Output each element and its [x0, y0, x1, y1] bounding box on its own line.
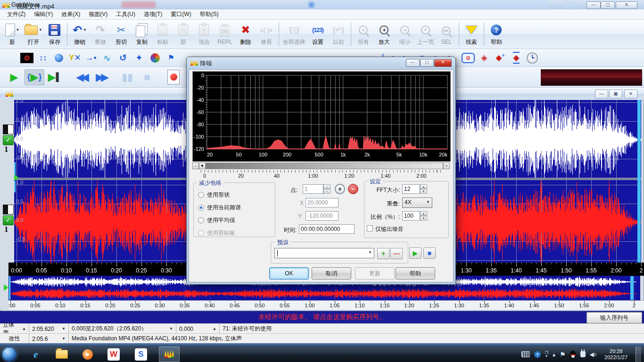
overview-selection-start[interactable] — [9, 276, 10, 300]
radio-使用平均值[interactable]: 使用平均值 — [198, 216, 235, 224]
effect-censor-bubble-icon[interactable]: ⊘ — [460, 51, 476, 65]
effect-expression-icon[interactable]: Y✕ — [67, 51, 83, 65]
time-field[interactable]: 00:00:00.00000 — [299, 224, 355, 234]
effect-echo-diamond-icon[interactable]: ◈ — [476, 51, 492, 65]
dialog-minimize-button[interactable]: — — [406, 59, 420, 67]
effect-noise-gate-icon[interactable]: ⊘ — [19, 51, 35, 65]
effect-marker-flag-icon[interactable]: ⚑ — [163, 51, 179, 65]
tray-expand-icon[interactable]: ▴ — [553, 351, 555, 358]
toolbar-cut-button[interactable]: ✂剪切 — [111, 22, 132, 47]
toolbar-zoom-in-button[interactable]: +放大 — [374, 22, 395, 47]
overview-position-marker[interactable] — [4, 284, 8, 291]
effect-offset-icon[interactable]: →• — [83, 51, 99, 65]
qq-icon[interactable] — [570, 351, 576, 358]
toolbar-undo-button[interactable]: ↶▼撤销 — [69, 22, 90, 47]
position-segment[interactable]: 0.000▲ — [176, 324, 220, 334]
menu-item-0[interactable]: 文件(Z) — [3, 9, 30, 19]
length-segment[interactable]: 2:05.620▼ — [29, 324, 69, 334]
taskbar-media-player[interactable]: ▶ — [77, 346, 98, 362]
taskbar-ie[interactable]: e — [25, 346, 46, 362]
volume-icon[interactable]: ◀)) — [590, 351, 597, 358]
maximize-button[interactable]: ▢ — [601, 1, 615, 9]
scale-field[interactable]: 100 — [402, 211, 420, 221]
document-minimize-button[interactable]: — — [595, 90, 608, 99]
effect-time-warp-clock-icon[interactable] — [524, 51, 540, 65]
menu-item-1[interactable]: 编辑(Y) — [30, 9, 57, 19]
toolbar-new-file-button[interactable]: ▼新 — [2, 22, 23, 47]
rewind-button[interactable]: ◀◀ — [72, 70, 91, 85]
menu-item-4[interactable]: 工具(U) — [112, 9, 140, 19]
window-popup-icon[interactable]: ❐▾ — [545, 351, 548, 358]
taskbar-goldwave[interactable] — [159, 346, 180, 362]
document-restore-button[interactable]: ▣ — [609, 90, 622, 99]
keyboard-icon[interactable] — [521, 351, 530, 357]
ok-button[interactable]: OK — [269, 267, 309, 280]
taskbar-sogou[interactable]: S — [131, 346, 151, 362]
dialog-close-button[interactable]: ✕ — [434, 59, 452, 67]
y-field[interactable]: -120.0000 — [305, 211, 339, 221]
toolbar-save-button[interactable]: 保存 — [44, 22, 65, 47]
channel2-enabled-checkbox[interactable]: ✓ — [3, 215, 14, 225]
selection-end-marker[interactable] — [637, 100, 641, 263]
zoom-out-minus-icon[interactable]: − — [192, 163, 199, 169]
radio-使用当前频谱[interactable]: 使用当前频谱 — [198, 204, 241, 212]
noise-spectrum-plot[interactable]: 0-20-40-60-80-100-12020501002005001k2k5k… — [192, 71, 451, 162]
overview-selection-end[interactable] — [630, 276, 634, 300]
menu-item-2[interactable]: 效果(X) — [57, 9, 84, 19]
toolbar-help-button[interactable]: ?帮助 — [486, 22, 507, 47]
record-button[interactable] — [164, 70, 183, 85]
update-button[interactable]: 更新 — [355, 267, 395, 280]
show-desktop-button[interactable] — [636, 346, 641, 362]
effect-reverse-icon[interactable]: ↺ — [115, 51, 131, 65]
noise-only-checkbox[interactable] — [367, 225, 373, 231]
start-orb-icon[interactable] — [2, 347, 17, 362]
preset-delete-button[interactable]: — — [390, 248, 403, 259]
selection-segment[interactable]: 0.000至2:05.620（2:05.620）▼ — [69, 324, 176, 334]
channel2-display-toggle[interactable] — [3, 205, 14, 214]
power-plug-icon[interactable] — [580, 351, 586, 357]
close-button[interactable]: ✕ — [616, 1, 637, 9]
effect-wave-shape-icon[interactable]: ∿ — [99, 51, 115, 65]
effect-volume-updown-icon[interactable]: ↕↕ — [35, 51, 51, 65]
radio-使用形状[interactable]: 使用形状 — [198, 191, 230, 199]
preset-add-button[interactable]: ＋ — [377, 248, 389, 259]
toolbar-cue-points-button[interactable]: 线索 — [461, 22, 482, 47]
taskbar-clock[interactable]: 20:28 2022/1/27 — [601, 348, 631, 361]
zoom-scrollbar[interactable] — [206, 163, 443, 169]
toolbar-open-folder-button[interactable]: ▼打开 — [23, 22, 44, 47]
overview-time-axis[interactable]: 0:000:050:100:150:200:250:300:350:400:45… — [8, 300, 644, 310]
scale-spinner[interactable]: ▲▼ — [420, 211, 427, 221]
license-banner[interactable]: 未经许可的版本。 请点击这里购买序列号。 — [0, 311, 644, 323]
channel-mode-segment[interactable]: 立体声▲ — [0, 324, 29, 334]
preview-play-button[interactable]: ▶ — [409, 247, 421, 259]
app-titlebar[interactable]: GoldWave — ▢ ✕ — [0, 0, 644, 10]
toolbar-set-points-button[interactable]: {123}设置 — [307, 22, 328, 47]
effect-plugin-pinwheel-icon[interactable] — [147, 51, 163, 65]
effect-mix-diamond-icon[interactable]: ◆+ — [492, 51, 508, 65]
zoom-in-plus-icon[interactable]: + — [443, 163, 450, 169]
stop-button[interactable]: ■ — [138, 70, 157, 85]
dialog-titlebar[interactable]: 降噪 — ▢ ✕ — [187, 57, 455, 69]
menu-item-5[interactable]: 选项(T) — [140, 9, 166, 19]
dialog-maximize-button[interactable]: ▢ — [420, 59, 434, 67]
action-center-flag-icon[interactable]: ⚑ — [560, 351, 566, 358]
x-field[interactable]: 20.0000 — [305, 198, 339, 207]
preset-combobox[interactable] — [274, 248, 374, 258]
fft-size-field[interactable]: 12 — [402, 184, 420, 194]
effect-noise-diamond-icon[interactable]: ◆ — [508, 51, 524, 65]
pause-button[interactable]: ▮▮ — [118, 70, 137, 85]
dropdown-arrow-icon[interactable]: ▼ — [199, 163, 206, 169]
cancel-button[interactable]: 取消 — [312, 267, 351, 280]
license-banner-text[interactable]: 未经许可的版本。 请点击这里购买序列号。 — [258, 313, 386, 321]
fft-size-spinner[interactable]: ▲▼ — [420, 184, 427, 194]
help-icon[interactable]: ? — [534, 351, 541, 358]
play-all-button[interactable]: ▶▌ — [45, 70, 64, 85]
fast-forward-button[interactable]: ▶▶ — [91, 70, 110, 85]
channel1-display-toggle[interactable] — [3, 124, 14, 134]
effect-flange-star-icon[interactable]: ✦ — [131, 51, 147, 65]
overlap-dropdown[interactable]: 4X — [402, 197, 432, 208]
play-button[interactable]: ▶ — [5, 70, 24, 85]
effect-dynamics-ball-icon[interactable] — [51, 51, 67, 65]
toolbar-copy-button[interactable]: 复制 — [132, 22, 152, 47]
preview-stop-button[interactable]: ■ — [423, 247, 436, 259]
